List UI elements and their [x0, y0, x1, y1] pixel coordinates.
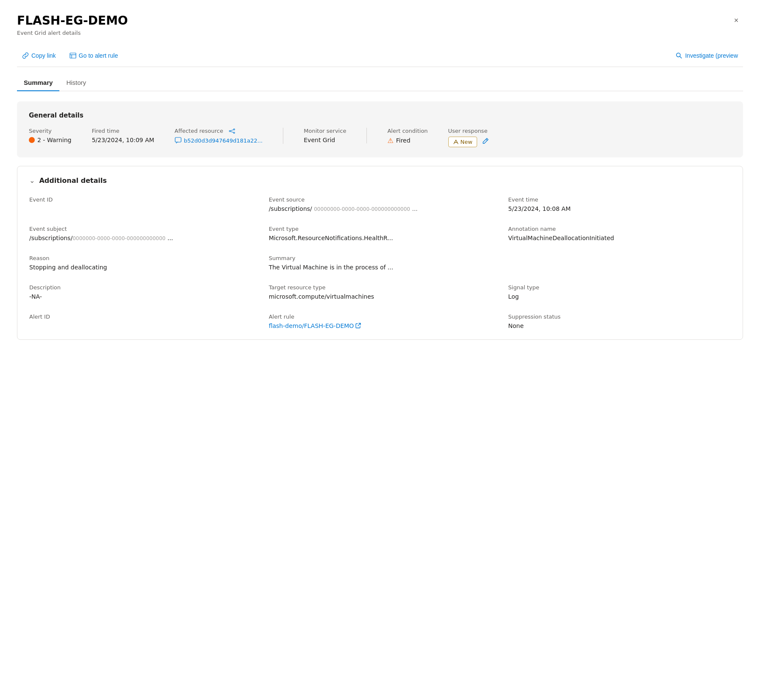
copy-link-label: Copy link: [31, 52, 56, 59]
affected-resource-label: Affected resource: [175, 128, 263, 135]
alert-condition-text: Fired: [396, 137, 411, 144]
monitor-service-value: Event Grid: [304, 137, 346, 143]
panel-header: FLASH-EG-DEMO Event Grid alert details ×: [17, 14, 743, 36]
svg-line-12: [486, 139, 487, 140]
copy-link-button[interactable]: Copy link: [17, 50, 61, 62]
detail-item-description: Description -NA-: [29, 284, 252, 300]
signal-type-label: Signal type: [508, 284, 731, 291]
svg-line-4: [680, 56, 682, 58]
reason-label: Reason: [29, 255, 252, 261]
pencil-icon: [482, 137, 489, 144]
tab-history-label: History: [66, 79, 86, 86]
external-link-icon: [355, 323, 361, 328]
summary-field-label: Summary: [269, 255, 492, 261]
additional-details-header[interactable]: ⌄ Additional details: [29, 176, 731, 185]
investigate-button[interactable]: Investigate (preview: [671, 50, 743, 62]
svg-point-5: [229, 131, 230, 132]
target-resource-type-label: Target resource type: [269, 284, 492, 291]
detail-item-suppression-status: Suppression status None: [508, 314, 731, 329]
svg-line-8: [230, 130, 233, 131]
summary-field-value: The Virtual Machine is in the process of…: [269, 264, 492, 271]
alert-condition-label: Alert condition: [387, 128, 428, 134]
alert-condition-value: ⚠ Fired: [387, 137, 428, 145]
detail-item-signal-type: Signal type Log: [508, 284, 731, 300]
tabs-container: Summary History: [17, 76, 743, 91]
table-icon: [70, 52, 76, 59]
event-type-value: Microsoft.ResourceNotifications.HealthR.…: [269, 235, 492, 241]
suppression-status-value: None: [508, 322, 731, 329]
event-subject-label: Event subject: [29, 226, 252, 232]
affected-resource-link[interactable]: b52d0d3d947649d181a22...: [184, 137, 263, 144]
chevron-down-icon: ⌄: [29, 176, 35, 185]
general-details-grid: Severity 2 - Warning Fired time 5/23/202…: [29, 128, 731, 147]
go-to-alert-rule-label: Go to alert rule: [79, 52, 118, 59]
detail-item-alert-id: Alert ID: [29, 314, 252, 329]
new-badge: New: [448, 137, 477, 147]
toolbar: Copy link Go to alert rule Investigate (…: [17, 45, 743, 67]
new-badge-text: New: [461, 139, 472, 145]
general-details-title: General details: [29, 112, 731, 119]
panel-title: FLASH-EG-DEMO: [17, 14, 128, 28]
event-source-value: /subscriptions/ 00000000-0000-0000-00000…: [269, 205, 492, 212]
fired-time-col: Fired time 5/23/2024, 10:09 AM: [92, 128, 154, 143]
svg-rect-10: [175, 137, 181, 142]
event-type-label: Event type: [269, 226, 492, 232]
monitor-service-col: Monitor service Event Grid: [304, 128, 367, 143]
alert-rule-label: Alert rule: [269, 314, 492, 320]
alert-rule-link-text: flash-demo/FLASH-EG-DEMO: [269, 322, 354, 329]
panel-title-group: FLASH-EG-DEMO Event Grid alert details: [17, 14, 128, 36]
tab-history[interactable]: History: [59, 76, 93, 91]
suppression-status-label: Suppression status: [508, 314, 731, 320]
severity-label: Severity: [29, 128, 71, 134]
severity-text: 2 - Warning: [37, 137, 71, 143]
description-label: Description: [29, 284, 252, 291]
tab-summary[interactable]: Summary: [17, 76, 59, 91]
general-details-card: General details Severity 2 - Warning Fir…: [17, 101, 743, 157]
user-response-label: User response: [448, 128, 492, 134]
severity-col: Severity 2 - Warning: [29, 128, 71, 143]
search-icon: [676, 52, 682, 59]
resource-share-icon: [229, 128, 235, 134]
alert-detail-panel: FLASH-EG-DEMO Event Grid alert details ×…: [0, 0, 760, 700]
detail-item-alert-rule: Alert rule flash-demo/FLASH-EG-DEMO: [269, 314, 492, 329]
severity-dot-icon: [29, 137, 35, 143]
alert-rule-value[interactable]: flash-demo/FLASH-EG-DEMO: [269, 322, 492, 329]
description-value: -NA-: [29, 293, 252, 300]
detail-item-event-subject: Event subject /subscriptions/0000000-000…: [29, 226, 252, 241]
edit-user-response-button[interactable]: [480, 137, 492, 147]
detail-item-event-time: Event time 5/23/2024, 10:08 AM: [508, 196, 731, 212]
go-to-alert-rule-button[interactable]: Go to alert rule: [64, 50, 123, 62]
fired-time-label: Fired time: [92, 128, 154, 134]
svg-point-7: [233, 132, 235, 134]
new-badge-icon: [453, 139, 459, 145]
annotation-name-label: Annotation name: [508, 226, 731, 232]
detail-item-target-resource-type: Target resource type microsoft.compute/v…: [269, 284, 492, 300]
additional-details-title: Additional details: [39, 176, 106, 185]
event-time-value: 5/23/2024, 10:08 AM: [508, 205, 731, 212]
investigate-label: Investigate (preview: [685, 52, 738, 59]
event-id-label: Event ID: [29, 196, 252, 203]
close-icon: ×: [734, 16, 739, 25]
detail-item-event-id: Event ID: [29, 196, 252, 212]
detail-item-annotation-name: Annotation name VirtualMachineDeallocati…: [508, 226, 731, 241]
panel-subtitle: Event Grid alert details: [17, 30, 128, 36]
link-icon: [22, 52, 29, 59]
annotation-name-value: VirtualMachineDeallocationInitiated: [508, 235, 731, 241]
warning-triangle-icon: ⚠: [387, 137, 393, 145]
tab-summary-label: Summary: [24, 79, 53, 86]
severity-value: 2 - Warning: [29, 137, 71, 143]
additional-details-grid: Event ID Event source /subscriptions/ 00…: [29, 196, 731, 329]
target-resource-type-value: microsoft.compute/virtualmachines: [269, 293, 492, 300]
close-button[interactable]: ×: [729, 14, 743, 27]
detail-item-reason: Reason Stopping and deallocating: [29, 255, 252, 271]
resource-chat-icon: [175, 137, 182, 144]
event-source-label: Event source: [269, 196, 492, 203]
detail-item-event-type: Event type Microsoft.ResourceNotificatio…: [269, 226, 492, 241]
reason-value: Stopping and deallocating: [29, 264, 252, 271]
detail-item-empty-1: [508, 255, 731, 271]
signal-type-value: Log: [508, 293, 731, 300]
event-subject-value: /subscriptions/0000000-0000-0000-0000000…: [29, 235, 252, 241]
alert-id-label: Alert ID: [29, 314, 252, 320]
monitor-service-label: Monitor service: [304, 128, 346, 134]
event-time-label: Event time: [508, 196, 731, 203]
